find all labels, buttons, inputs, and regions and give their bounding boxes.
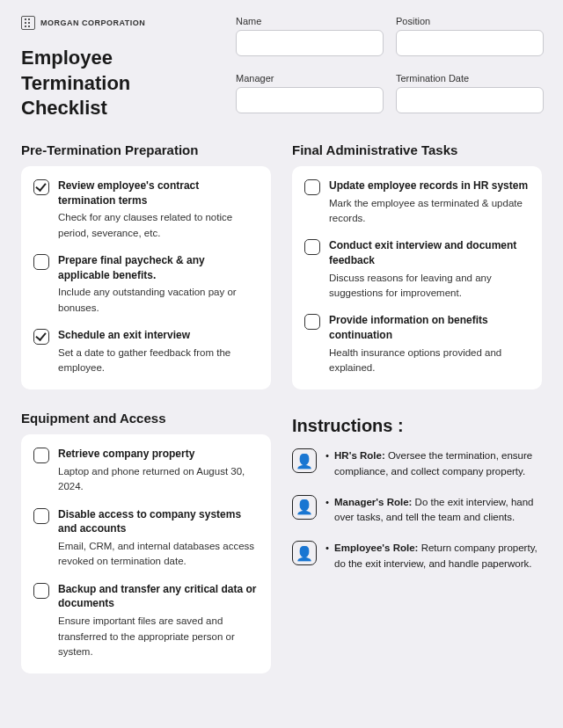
checkbox[interactable]: [33, 254, 49, 270]
termination-date-label: Termination Date: [396, 73, 544, 84]
item-title: Review employee's contract termination t…: [58, 178, 259, 208]
item-title: Retrieve company property: [58, 447, 259, 462]
item-description: Include any outstanding vacation pay or …: [58, 285, 259, 316]
checklist-item: Conduct exit interview and document feed…: [304, 238, 530, 301]
person-icon: 👤: [292, 541, 317, 565]
item-title: Prepare final paycheck & any applicable …: [58, 253, 259, 283]
brand-text: MORGAN CORPORATION: [40, 18, 145, 27]
instructions-heading: Instructions :: [292, 416, 542, 436]
checklist-item: Disable access to company systems and ac…: [33, 507, 259, 570]
page-title: Employee Termination Checklist: [21, 46, 215, 121]
checklist-item: Backup and transfer any critical data or…: [33, 582, 259, 659]
checklist-item: Update employee records in HR systemMark…: [304, 178, 530, 226]
checklist-card: Update employee records in HR systemMark…: [292, 166, 542, 389]
building-icon: [21, 16, 35, 30]
item-title: Provide information on benefits continua…: [329, 313, 530, 343]
section-admin-tasks: Final Administrative Tasks Update employ…: [292, 142, 542, 389]
instruction-text: •HR's Role: Oversee the termination, ens…: [325, 448, 542, 479]
termination-date-field[interactable]: [396, 87, 544, 113]
item-title: Update employee records in HR system: [329, 178, 530, 193]
position-label: Position: [396, 16, 544, 26]
instruction-row: 👤•Employee's Role: Return company proper…: [292, 541, 542, 571]
checklist-item: Provide information on benefits continua…: [304, 313, 530, 375]
item-title: Backup and transfer any critical data or…: [58, 582, 259, 612]
position-field[interactable]: [396, 30, 544, 56]
checklist-item: Review employee's contract termination t…: [33, 178, 259, 241]
item-description: Email, CRM, and internal databases acces…: [58, 539, 259, 570]
checklist-card: Retrieve company propertyLaptop and phon…: [21, 434, 271, 673]
instruction-text: •Employee's Role: Return company propert…: [325, 541, 542, 571]
section-heading: Equipment and Access: [21, 411, 271, 426]
checkbox[interactable]: [304, 239, 320, 255]
item-title: Conduct exit interview and document feed…: [329, 238, 530, 268]
checklist-item: Schedule an exit interviewSet a date to …: [33, 328, 259, 375]
item-title: Schedule an exit interview: [58, 328, 259, 343]
section-equipment-access: Equipment and Access Retrieve company pr…: [21, 411, 271, 673]
section-pre-termination: Pre-Termination Preparation Review emplo…: [21, 142, 271, 389]
name-label: Name: [236, 16, 384, 26]
manager-field[interactable]: [236, 87, 384, 113]
checkbox[interactable]: [304, 179, 320, 195]
checklist-item: Retrieve company propertyLaptop and phon…: [33, 447, 259, 494]
checkbox[interactable]: [33, 179, 49, 195]
checklist-item: Prepare final paycheck & any applicable …: [33, 253, 259, 316]
item-description: Laptop and phone returned on August 30, …: [58, 464, 259, 495]
manager-label: Manager: [236, 73, 384, 84]
person-icon: 👤: [292, 448, 317, 473]
instructions-panel: Instructions : 👤•HR's Role: Oversee the …: [292, 411, 542, 673]
section-heading: Pre-Termination Preparation: [21, 142, 271, 157]
item-description: Ensure important files are saved and tra…: [58, 614, 259, 659]
checkbox[interactable]: [33, 583, 49, 599]
item-title: Disable access to company systems and ac…: [58, 507, 259, 537]
instruction-row: 👤•HR's Role: Oversee the termination, en…: [292, 448, 542, 479]
checkbox[interactable]: [33, 508, 49, 524]
checkbox[interactable]: [33, 448, 49, 463]
checkbox[interactable]: [304, 314, 320, 330]
item-description: Mark the employee as terminated & update…: [329, 196, 530, 227]
instruction-text: •Manager's Role: Do the exit interview, …: [325, 495, 542, 526]
section-heading: Final Administrative Tasks: [292, 142, 542, 157]
item-description: Discuss reasons for leaving and any sugg…: [329, 271, 530, 302]
item-description: Check for any clauses related to notice …: [58, 210, 259, 241]
brand-logo: MORGAN CORPORATION: [21, 16, 215, 30]
person-icon: 👤: [292, 495, 317, 520]
instruction-row: 👤•Manager's Role: Do the exit interview,…: [292, 495, 542, 526]
checklist-card: Review employee's contract termination t…: [21, 166, 271, 389]
item-description: Health insurance options provided and ex…: [329, 346, 530, 376]
name-field[interactable]: [236, 30, 384, 56]
checkbox[interactable]: [33, 329, 49, 345]
item-description: Set a date to gather feedback from the e…: [58, 346, 259, 376]
